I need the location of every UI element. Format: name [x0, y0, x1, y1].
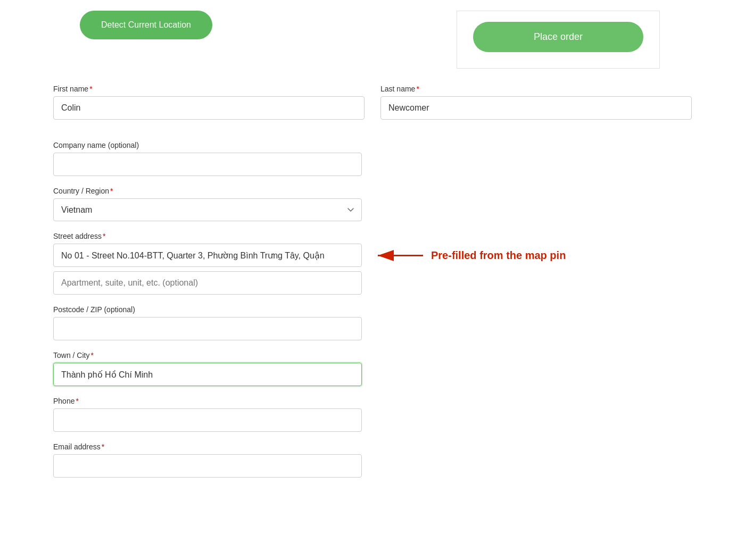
email-label: Email address* [53, 442, 692, 451]
phone-input[interactable] [53, 408, 362, 432]
phone-group: Phone* [53, 397, 692, 432]
last-name-input[interactable] [380, 96, 692, 120]
last-name-required: * [416, 85, 419, 93]
last-name-label: Last name* [380, 85, 692, 93]
street-address-input[interactable] [53, 244, 362, 267]
street-address-group: Street address* Pre-filled from [53, 232, 692, 295]
country-required: * [110, 187, 113, 195]
place-order-container: Place order [457, 11, 660, 69]
detect-location-button[interactable]: Detect Current Location [80, 11, 212, 39]
company-name-input[interactable] [53, 153, 362, 176]
place-order-button[interactable]: Place order [473, 22, 643, 52]
first-name-input[interactable] [53, 96, 365, 120]
first-name-label: First name* [53, 85, 365, 93]
town-required: * [90, 351, 93, 360]
name-row: First name* Last name* [53, 85, 692, 130]
annotation-wrapper: Pre-filled from the map pin [367, 241, 566, 270]
street-required: * [103, 232, 105, 240]
town-input[interactable] [53, 363, 362, 386]
first-name-required: * [89, 85, 92, 93]
apartment-input[interactable] [53, 271, 362, 295]
phone-label: Phone* [53, 397, 692, 405]
postcode-group: Postcode / ZIP (optional) [53, 305, 692, 340]
street-address-input-wrapper: Pre-filled from the map pin [53, 244, 362, 267]
town-group: Town / City* [53, 351, 692, 386]
country-select[interactable]: Vietnam [53, 198, 362, 221]
country-group: Country / Region* Vietnam [53, 187, 692, 221]
annotation-arrow [367, 241, 426, 270]
annotation-text: Pre-filled from the map pin [431, 249, 566, 262]
first-name-group: First name* [53, 85, 365, 120]
email-input[interactable] [53, 454, 362, 478]
country-label: Country / Region* [53, 187, 692, 195]
top-bar: Detect Current Location Place order [0, 0, 745, 79]
company-name-label: Company name (optional) [53, 141, 692, 149]
street-address-label: Street address* [53, 232, 692, 240]
postcode-label: Postcode / ZIP (optional) [53, 305, 692, 314]
email-group: Email address* [53, 442, 692, 478]
town-label: Town / City* [53, 351, 692, 360]
page-wrapper: Detect Current Location Place order Firs… [0, 0, 745, 560]
last-name-group: Last name* [380, 85, 692, 120]
email-required: * [102, 442, 104, 451]
postcode-input[interactable] [53, 317, 362, 340]
place-order-section: Place order [457, 11, 660, 69]
phone-required: * [76, 397, 78, 405]
company-name-group: Company name (optional) [53, 141, 692, 176]
form-section: First name* Last name* Company name (opt… [0, 79, 745, 509]
